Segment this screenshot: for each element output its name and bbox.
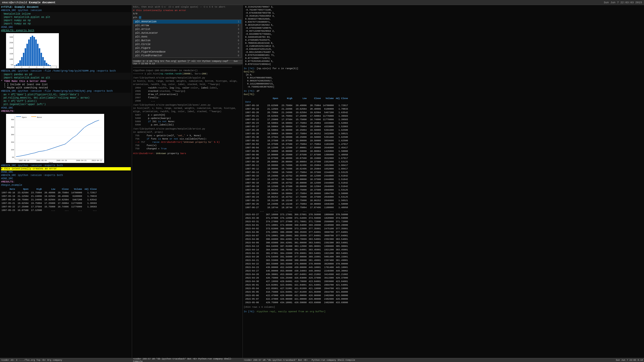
table-row: 2015-03-27367.10999373.17001366.57001370… — [245, 213, 349, 216]
code-line: import numpy as np — [2, 22, 130, 25]
table-row: 1997-06-2418.0625218.4375217.7500018.375… — [245, 196, 349, 199]
todo-item-1: [ ] Include at least one list — [1, 83, 131, 86]
doc-title: Example document — [29, 1, 56, 4]
code-block-3: 755 func = getattr(self, 'set_' + k, Non… — [135, 134, 242, 150]
table-row: 2015-04-13384.64999387.81000383.12000385… — [245, 245, 349, 248]
completion-item-fixedformatter[interactable]: plt.FixedFormatter0 — [133, 54, 241, 58]
code-line: %matplotlib inline — [2, 12, 130, 16]
table-row: 1997-06-0318.3750018.3750017.7500417.750… — [245, 143, 349, 146]
completion-item-arrow[interactable]: plt.Arrow2 — [133, 24, 241, 27]
svg-text:-1: -1 — [35, 66, 37, 68]
table-row: 2015-04-07376.10001380.20001369.35999377… — [245, 234, 349, 237]
begin-example: #begin_example — [1, 184, 131, 187]
svg-text:-2: -2 — [28, 66, 30, 68]
completion-item-annotation[interactable]: plt.Annotation1 — [133, 20, 241, 24]
svg-rect-19 — [23, 53, 24, 66]
svg-rect-34 — [49, 65, 51, 66]
svg-rect-29 — [41, 53, 42, 66]
svg-rect-37 — [6, 114, 104, 163]
table-row: 1997-05-3018.3750419.5000018.2500019.500… — [245, 136, 349, 139]
table-row: 1997-06-1918.1250018.3750018.0000018.125… — [245, 185, 349, 188]
svg-text:300: 300 — [11, 134, 14, 136]
svg-text:300: 300 — [10, 36, 13, 38]
svg-text:200: 200 — [10, 47, 13, 49]
right-status-text-2: Python:run company Shell-Compile — [312, 359, 355, 361]
middle-status-bar: <code> 3: 4 UR-*Org Src foo.org[ python … — [132, 60, 243, 64]
svg-text:Open: Open — [22, 116, 27, 118]
svg-rect-24 — [32, 36, 33, 66]
data-table-small: DateOpenHighLowCloseVolumeAdj Close 1997… — [1, 187, 99, 212]
table-row: 2015-04-30427.19999429.04001419.78000423… — [245, 280, 349, 283]
table-row: 2015-04-23439.00000452.64999439.00000445… — [245, 266, 349, 269]
table-row: 1997-06-2318.5000418.5000417.7500418.000… — [245, 192, 349, 195]
svg-rect-25 — [33, 37, 35, 66]
table-row: 1997-06-1218.9999619.7499618.6249619.250… — [245, 167, 349, 170]
prompt-75: In [75]: df — [244, 89, 643, 93]
table-row: 2015-04-20376.54999391.94000377.00000389… — [245, 255, 349, 258]
completion-item-figure[interactable]: plt.Figure8 — [133, 46, 241, 50]
src-block-6: #BEGIN_SRC ipython :session :exports bot… — [1, 174, 131, 177]
func-sig-2: in hist(self, x, bins, range, normed, we… — [133, 107, 242, 113]
code-line: ax = df['Open'].plot(figsize=(12,6), lab… — [2, 93, 130, 96]
completion-item-axes[interactable]: plt.Axes5 — [133, 35, 241, 39]
completion-item-artist[interactable]: plt.Artist3 — [133, 27, 241, 31]
right-panel: 0.2194252583790047 3, -0.762407765577210… — [243, 5, 644, 362]
svg-rect-21 — [26, 44, 28, 66]
todo-item-2: * Maybe with something nested — [1, 86, 131, 89]
svg-text:250: 250 — [10, 41, 13, 44]
left-panel-content: #+TITLE: Example document #BEGIN_SRC ipy… — [0, 5, 132, 358]
src-block-4: #BEGIN_SRC ipython :session :file /home/… — [1, 89, 131, 93]
svg-text:1997-05-16: 1997-05-16 — [19, 160, 29, 162]
end-src-5: #END_SRC — [1, 170, 131, 174]
svg-rect-23 — [30, 37, 31, 66]
table-row: 2015-04-15381.87001384.23000378.99001383… — [245, 252, 349, 255]
svg-text:-4: -4 — [13, 66, 15, 68]
svg-text:350: 350 — [11, 126, 14, 128]
table-row: 1997-06-1818.2499618.4375218.0000018.125… — [245, 182, 349, 185]
results-6: #RESULTS: — [1, 180, 131, 184]
table-row: 2015-05-04422.85001427.51001421.01999421… — [245, 287, 349, 290]
svg-text:None: None — [37, 116, 42, 118]
file-path-2: /usr/lib/python3.4/site-packages/matplot… — [133, 104, 242, 107]
table-row: 1997-06-0418.1250018.1250017.0000117.500… — [245, 146, 349, 149]
numbers-output: 0.2194252583790047 3, -0.762407765577210… — [244, 6, 643, 66]
completion-item-button[interactable]: plt.Button6 — [133, 39, 241, 42]
table-row: 2015-04-22383.55000383.55000376.00000378… — [245, 262, 349, 265]
traceback-section: ────────────────────────────────────────… — [132, 64, 243, 358]
df-table: Open High Low Close Volume Adj Close Dat… — [245, 97, 350, 305]
svg-rect-28 — [39, 48, 40, 66]
table-row: 1997-06-1020.0000420.0000418.0000418.375… — [245, 160, 349, 163]
svg-text:2013-04-11: 2013-04-11 — [92, 160, 102, 162]
completion-item-figurecanvasbase[interactable]: plt.FigureCanvasBase9 — [133, 50, 241, 54]
table-row: 2015-05-06422.47000426.00000421.00000426… — [245, 294, 349, 297]
file-path-3: /usr/lib/python3.4/site-packages/matplot… — [133, 127, 242, 131]
completion-item-circle[interactable]: plt.Circle7 — [133, 42, 241, 46]
middle-bottom-status-text: <code> 269:57 UR-*Ob-ipython-traceback* … — [133, 358, 242, 362]
svg-text:250: 250 — [11, 141, 14, 143]
table-row: 1997-06-0218.3750019.8750019.0000019.500… — [245, 139, 349, 142]
svg-text:2009-04-21: 2009-04-21 — [76, 160, 87, 162]
src-block-5: #BEGIN_SRC ipython :session :exports bot… — [1, 164, 131, 167]
completion-menu[interactable]: plt.Annotation1 plt.Arrow2 plt.Artist3 p… — [133, 20, 242, 58]
svg-rect-18 — [21, 57, 23, 66]
table-row: 1997-06-2518.3124818.1324817.7500018.062… — [245, 199, 349, 202]
svg-text:Date: Date — [49, 162, 53, 163]
completion-item-autolocator[interactable]: plt.AutoLocator4 — [133, 31, 241, 35]
left-panel: #+TITLE: Example document #BEGIN_SRC ipy… — [0, 5, 132, 362]
timestamp: Sun Jun 7 22:03:03 2015 — [604, 1, 642, 4]
table-row: 1997-06-0618.0000018.2500017.8750017.875… — [245, 153, 349, 156]
svg-rect-31 — [44, 60, 46, 66]
code-line: plt.legend(loc='upper left') — [2, 103, 130, 106]
code-line: import pandas as pd — [2, 73, 130, 76]
src-block-1: #BEGIN_SRC ipython :session — [1, 9, 131, 12]
table-row: 2015-04-29426.75000434.25999426.03000429… — [245, 277, 349, 280]
table-row-ellipsis: ..................... — [245, 210, 349, 213]
table-row: 2015-05-07422.47000426.00000421.00000426… — [245, 298, 349, 301]
table-row: 1997-06-2018.0625218.4375217.7500018.375… — [245, 189, 349, 192]
table-row: 2015-04-21383.55000386.46000380.00000381… — [245, 259, 349, 262]
table-row: 2015-05-05419.75000424.04001417.01999421… — [245, 291, 349, 294]
svg-rect-27 — [37, 44, 38, 66]
svg-text:2: 2 — [56, 66, 57, 68]
svg-rect-17 — [19, 60, 21, 66]
right-status-bar: <code> 269:57 UR-*Ob-ipython-traceback* … — [243, 358, 644, 362]
